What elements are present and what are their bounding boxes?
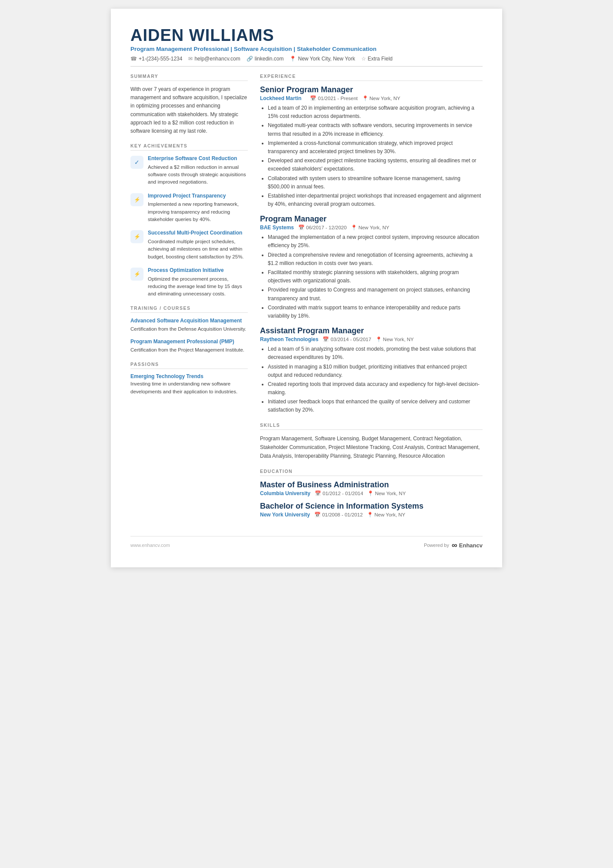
course-title-0: Advanced Software Acquisition Management <box>130 317 248 325</box>
achievement-icon-1: ⚡ <box>130 193 143 206</box>
edu-school-0: Columbia University <box>260 490 310 496</box>
job-company-0: Lockheed Martin <box>260 95 301 101</box>
course-title-1: Program Management Professional (PMP) <box>130 338 248 345</box>
bullet: Led a team of 5 in analyzing software co… <box>268 345 483 362</box>
achievement-body-2: Successful Multi-Project Coordination Co… <box>148 229 248 261</box>
contact-bar: ☎ +1-(234)-555-1234 ✉ help@enhancv.com 🔗… <box>130 56 483 67</box>
email-icon: ✉ <box>188 56 193 62</box>
calendar-icon: 📅 <box>314 512 320 518</box>
bullet: Created reporting tools that improved da… <box>268 380 483 397</box>
phone-icon: ☎ <box>130 56 137 62</box>
achievement-body-1: Improved Project Transparency Implemente… <box>148 192 248 224</box>
course-item-1: Program Management Professional (PMP) Ce… <box>130 338 248 354</box>
location-icon: 📍 <box>290 56 296 62</box>
skills-text: Program Management, Software Licensing, … <box>260 434 483 461</box>
pin-icon: 📍 <box>351 225 357 231</box>
footer: www.enhancv.com Powered by ∞ Enhancv <box>130 536 483 550</box>
training-section-title: TRAINING / COURSES <box>130 305 248 313</box>
job-block-2: Assistant Program Manager Raytheon Techn… <box>260 326 483 415</box>
achievement-item: ⚡ Successful Multi-Project Coordination … <box>130 229 248 261</box>
job-date-2: 📅 03/2014 - 05/2017 <box>323 336 371 342</box>
bullet: Initiated user feedback loops that enhan… <box>268 398 483 414</box>
achievement-title-1: Improved Project Transparency <box>148 192 248 200</box>
bullet: Provided regular updates to Congress and… <box>268 286 483 302</box>
job-date-1: 📅 06/2017 - 12/2020 <box>298 225 346 231</box>
education-section-title: EDUCATION <box>260 469 483 476</box>
achievement-icon-3: ⚡ <box>130 268 143 281</box>
main-layout: SUMMARY With over 7 years of experience … <box>130 74 483 523</box>
enhancv-icon: ∞ <box>452 541 457 550</box>
experience-section-title: EXPERIENCE <box>260 74 483 81</box>
achievement-item: ⚡ Process Optimization Initiative Optimi… <box>130 267 248 298</box>
bullet: Led a team of 20 in implementing an ente… <box>268 104 483 121</box>
job-meta-1: BAE Systems 📅 06/2017 - 12/2020 📍 New Yo… <box>260 225 483 231</box>
passion-desc-0: Investing time in understanding new soft… <box>130 380 248 395</box>
edu-location-0: 📍 New York, NY <box>367 490 406 496</box>
edu-location-1: 📍 New York, NY <box>367 512 405 518</box>
job-bullets-2: Led a team of 5 in analyzing software co… <box>260 345 483 415</box>
job-title-0: Senior Program Manager <box>260 85 483 94</box>
job-location-2: 📍 New York, NY <box>376 336 414 342</box>
bullet: Managed the implementation of a new proj… <box>268 233 483 250</box>
job-company-2: Raytheon Technologies <box>260 336 318 342</box>
job-bullets-1: Managed the implementation of a new proj… <box>260 233 483 320</box>
pin-icon: 📍 <box>362 95 368 101</box>
achievement-body-0: Enterprise Software Cost Reduction Achie… <box>148 155 248 186</box>
left-column: SUMMARY With over 7 years of experience … <box>130 74 248 523</box>
edu-meta-1: New York University 📅 01/2008 - 01/2012 … <box>260 512 483 518</box>
passion-item-0: Emerging Technology Trends Investing tim… <box>130 373 248 395</box>
calendar-icon: 📅 <box>310 95 316 101</box>
calendar-icon: 📅 <box>298 225 304 231</box>
edu-meta-0: Columbia University 📅 01/2012 - 01/2014 … <box>260 490 483 496</box>
edu-date-0: 📅 01/2012 - 01/2014 <box>315 490 363 496</box>
achievement-title-3: Process Optimization Initiative <box>148 267 248 274</box>
summary-section-title: SUMMARY <box>130 74 248 81</box>
job-meta-0: Lockheed Martin 📅 01/2021 - Present 📍 Ne… <box>260 95 483 101</box>
job-title-1: Program Manager <box>260 214 483 224</box>
candidate-tagline: Program Management Professional | Softwa… <box>130 46 483 52</box>
pin-icon: 📍 <box>367 512 373 518</box>
contact-linkedin: 🔗 linkedin.com <box>247 56 284 62</box>
achievement-item: ⚡ Improved Project Transparency Implemen… <box>130 192 248 224</box>
passion-title-0: Emerging Technology Trends <box>130 373 248 379</box>
edu-date-1: 📅 01/2008 - 01/2012 <box>314 512 363 518</box>
contact-email: ✉ help@enhancv.com <box>188 56 240 62</box>
footer-powered-by: Powered by ∞ Enhancv <box>424 541 483 550</box>
job-bullets-0: Led a team of 20 in implementing an ente… <box>260 104 483 208</box>
achievement-desc-0: Achieved a $2 million reduction in annua… <box>148 164 248 186</box>
achievement-desc-3: Optimized the procurement process, reduc… <box>148 275 248 298</box>
summary-text: With over 7 years of experience in progr… <box>130 85 248 135</box>
achievement-body-3: Process Optimization Initiative Optimize… <box>148 267 248 298</box>
achievement-desc-1: Implemented a new reporting framework, i… <box>148 201 248 223</box>
candidate-name: AIDEN WILLIAMS <box>130 26 483 45</box>
course-item-0: Advanced Software Acquisition Management… <box>130 317 248 333</box>
edu-school-1: New York University <box>260 512 310 518</box>
contact-extra: ☆ Extra Field <box>361 56 393 62</box>
star-icon: ☆ <box>361 56 366 62</box>
pin-icon: 📍 <box>367 490 373 496</box>
bullet: Negotiated multi-year contracts with sof… <box>268 121 483 138</box>
achievements-section-title: KEY ACHIEVEMENTS <box>130 143 248 151</box>
bullet: Collaborated with system users to stream… <box>268 174 483 191</box>
resume-page: AIDEN WILLIAMS Program Management Profes… <box>111 9 502 567</box>
edu-degree-1: Bachelor of Science in Information Syste… <box>260 502 483 511</box>
achievement-title-0: Enterprise Software Cost Reduction <box>148 155 248 162</box>
right-column: EXPERIENCE Senior Program Manager Lockhe… <box>260 74 483 523</box>
achievement-item: ✓ Enterprise Software Cost Reduction Ach… <box>130 155 248 186</box>
bullet: Developed and executed project milestone… <box>268 157 483 173</box>
bullet: Facilitated monthly strategic planning s… <box>268 268 483 285</box>
contact-phone: ☎ +1-(234)-555-1234 <box>130 56 182 62</box>
contact-location: 📍 New York City, New York <box>290 56 355 62</box>
bullet: Established inter-departmental project w… <box>268 192 483 208</box>
achievement-icon-0: ✓ <box>130 156 143 169</box>
bullet: Assisted in managing a $10 million budge… <box>268 363 483 379</box>
job-location-0: 📍 New York, NY <box>362 95 400 101</box>
enhancv-logo: ∞ Enhancv <box>452 541 483 550</box>
skills-section-title: SKILLS <box>260 422 483 430</box>
edu-degree-0: Master of Business Administration <box>260 480 483 489</box>
job-location-1: 📍 New York, NY <box>351 225 389 231</box>
job-date-0: 📅 01/2021 - Present <box>310 95 357 101</box>
pin-icon: 📍 <box>376 336 382 342</box>
header: AIDEN WILLIAMS Program Management Profes… <box>130 26 483 67</box>
calendar-icon: 📅 <box>323 336 329 342</box>
